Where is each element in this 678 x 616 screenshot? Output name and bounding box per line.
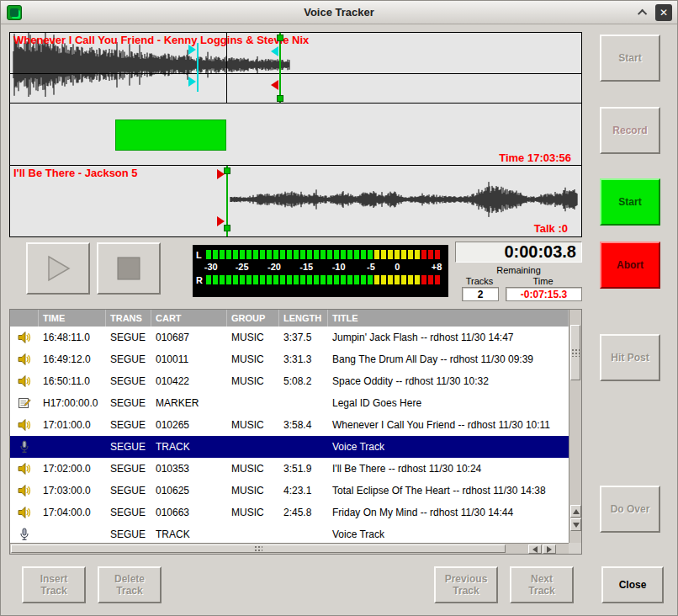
close-button[interactable]: Close (601, 566, 664, 603)
log-row[interactable]: SEGUETRACKVoice Track (10, 436, 569, 458)
remaining-time-label: Time (504, 276, 582, 286)
log-row[interactable]: 16:48:11.0SEGUE010687MUSIC3:37.5Jumpin' … (10, 327, 569, 348)
talk-marker-icon[interactable] (188, 45, 196, 55)
audio-meter: L -30-25-20-15-10-50+8 R (193, 245, 448, 297)
vertical-scrollbar[interactable] (569, 310, 581, 544)
meter-scale-label: -10 (332, 262, 346, 272)
scroll-right-button[interactable] (543, 544, 556, 554)
track2-panel[interactable]: I'll Be There - Jackson 5 Talk :0 (10, 166, 581, 236)
voicetrack-panel[interactable]: Time 17:03:56 (10, 104, 581, 166)
meter-scale-label: -15 (299, 262, 313, 272)
cell-time: H17:00:00.0 (39, 397, 106, 409)
do-over-button[interactable]: Do Over (600, 486, 660, 533)
fade-marker-icon[interactable] (217, 169, 225, 179)
column-header-title[interactable]: TITLE (328, 310, 569, 327)
cell-cart: 010011 (151, 353, 227, 365)
meter-led (267, 275, 272, 284)
log-row[interactable]: 16:49:12.0SEGUE010011MUSIC3:31.3Bang The… (10, 348, 569, 370)
track2-title: I'll Be There - Jackson 5 (13, 167, 138, 179)
meter-led (213, 250, 218, 259)
vertical-scrollbar-thumb[interactable] (570, 325, 580, 380)
meter-led (307, 250, 312, 259)
stop-button[interactable] (97, 242, 161, 295)
meter-led (361, 250, 366, 259)
log-row[interactable]: 17:02:00.0SEGUE010353MUSIC3:51.9I'll Be … (10, 458, 569, 480)
horizontal-scrollbar[interactable] (10, 543, 569, 554)
track2-top-handle[interactable] (224, 167, 230, 174)
close-icon: ✕ (659, 7, 668, 19)
talk-marker-line[interactable] (197, 43, 199, 92)
scroll-down-button[interactable] (570, 518, 581, 531)
meter-led (226, 275, 231, 284)
segue-bottom-handle[interactable] (277, 95, 283, 102)
log-row[interactable]: 17:01:00.0SEGUE010265MUSIC3:58.4Whenever… (10, 414, 569, 436)
remaining-panel: Remaining Tracks Time 2 -0:07:15.3 (455, 265, 582, 301)
titlebar[interactable]: Voice Tracker ✕ (1, 1, 677, 24)
talk-label: Talk :0 (534, 222, 568, 235)
column-header-group[interactable]: GROUP (227, 310, 279, 327)
meter-led (220, 250, 225, 259)
cell-title: Voice Track (328, 528, 569, 540)
column-header-icon[interactable] (10, 310, 39, 327)
column-header-trans[interactable]: TRANS (106, 310, 151, 327)
cell-title: Bang The Drum All Day -- rdhost 11/30 09… (328, 353, 569, 365)
log-row[interactable]: SEGUETRACKVoice Track (10, 523, 569, 544)
meter-led (213, 275, 218, 284)
column-header-cart[interactable]: CART (151, 310, 227, 327)
log-row[interactable]: 16:50:11.0SEGUE010422MUSIC5:08.2Space Od… (10, 370, 569, 392)
meter-led (267, 250, 272, 259)
next-track-button[interactable]: Next Track (510, 566, 574, 603)
meter-left-label: L (196, 250, 206, 260)
speaker-icon (10, 353, 39, 366)
meter-led (354, 275, 359, 284)
log-row[interactable]: 17:04:00.0SEGUE010663MUSIC2:45.8Friday O… (10, 502, 569, 523)
start-button[interactable]: Start (600, 178, 660, 226)
shade-button[interactable] (635, 4, 652, 21)
elapsed-time-display: 0:00:03.8 (455, 242, 582, 263)
meter-led (320, 275, 326, 284)
talk-end-marker-icon[interactable] (271, 46, 278, 56)
previous-track-button[interactable]: Previous Track (434, 566, 498, 603)
fade-marker-icon[interactable] (217, 216, 225, 226)
meter-led (395, 275, 400, 284)
fade-marker-icon[interactable] (271, 80, 278, 90)
column-header-length[interactable]: LENGTH (279, 310, 328, 327)
log-row[interactable]: H17:00:00.0SEGUEMARKERLegal ID Goes Here (10, 392, 569, 414)
horizontal-scrollbar-thumb[interactable] (11, 544, 506, 553)
cell-group: MUSIC (227, 507, 279, 518)
insert-track-button[interactable]: Insert Track (22, 566, 86, 603)
column-header-time[interactable]: TIME (39, 310, 106, 327)
hit-post-button[interactable]: Hit Post (600, 334, 660, 381)
voicetrack-region[interactable] (115, 119, 226, 151)
play-button[interactable] (26, 242, 90, 295)
delete-track-button[interactable]: Delete Track (98, 566, 162, 603)
cell-group: MUSIC (227, 353, 279, 365)
remaining-tracks-label: Tracks (455, 276, 504, 286)
meter-led (435, 275, 440, 284)
meter-scale: -30-25-20-15-10-50+8 (206, 261, 445, 273)
record-button[interactable]: Record (600, 107, 660, 154)
scroll-up-button[interactable] (570, 505, 581, 518)
voice-tracker-window: Voice Tracker ✕ Whenever I Call You Frie… (0, 0, 678, 616)
track2-bottom-handle[interactable] (224, 225, 230, 231)
meter-scale-label: -25 (236, 262, 249, 272)
start-top-button[interactable]: Start (600, 35, 660, 82)
meter-led (401, 275, 406, 284)
window-title: Voice Tracker (1, 6, 677, 19)
cell-cart: MARKER (151, 397, 227, 409)
log-row[interactable]: 17:03:00.0SEGUE010625MUSIC4:23.1Total Ec… (10, 480, 569, 502)
segue-top-handle[interactable] (277, 35, 283, 41)
cell-title: Voice Track (328, 441, 569, 453)
abort-button[interactable]: Abort (600, 242, 660, 289)
meter-led (428, 275, 433, 284)
track1-panel[interactable]: Whenever I Call You Friend - Kenny Loggi… (10, 33, 581, 104)
talk-marker-icon[interactable] (188, 77, 196, 87)
scroll-left-button[interactable] (528, 544, 542, 554)
meter-left-leds (206, 250, 445, 259)
scrollbar-corner (569, 543, 581, 554)
window-close-button[interactable]: ✕ (655, 4, 672, 21)
meter-led (226, 250, 231, 259)
meter-led (408, 275, 413, 284)
cell-trans: SEGUE (106, 507, 151, 518)
meter-led (435, 250, 440, 259)
